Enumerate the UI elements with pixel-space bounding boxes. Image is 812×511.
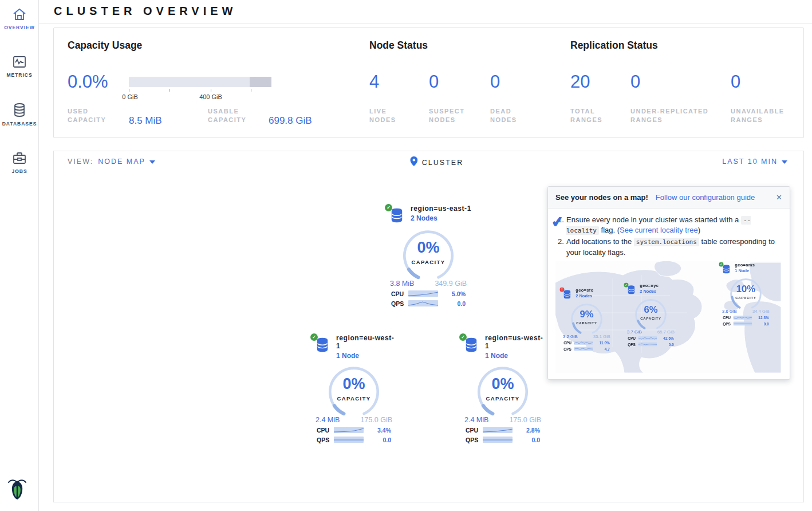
sidebar-item-jobs[interactable]: JOBS (0, 144, 39, 174)
qps-sparkline (483, 437, 513, 443)
metrics-icon (0, 55, 39, 69)
capacity-gauge: 6% CAPACITY (633, 298, 669, 328)
cpu-value: 2.8% (513, 427, 540, 434)
health-ok-badge: ✓ (385, 204, 392, 211)
capacity-bar: 0 GiB 400 GiB (129, 77, 271, 87)
briefcase-icon (0, 151, 39, 165)
mini-node-card-nyc: ✓ geo=nyc 2 Nodes 6% CAPACITY (624, 283, 677, 347)
nodes-count-link[interactable]: 1 Node (485, 352, 508, 360)
sidebar-item-metrics[interactable]: METRICS (0, 48, 39, 78)
node-card-eu-west-1[interactable]: ✓ region=eu-west-1 1 Node 0% CAPACITY 2.… (311, 334, 397, 443)
view-selector[interactable]: NODE MAP (98, 158, 145, 166)
live-nodes-label: LIVENODES (369, 107, 396, 124)
capacity-percent: 0% (325, 375, 383, 393)
cpu-label: CPU (317, 427, 334, 434)
node-card-us-east-1[interactable]: ✓ region=us-east-1 2 Nodes 0% CAPACITY 3… (385, 205, 471, 307)
total-value: 175.0 GiB (509, 416, 541, 424)
nodes-count: 2 Nodes (640, 289, 656, 294)
used-capacity-label: USEDCAPACITY (68, 107, 106, 124)
health-ok-badge: ✓ (719, 262, 723, 266)
region-database-icon: ✓ (389, 208, 406, 224)
total-value: 175.0 GiB (360, 416, 392, 424)
capacity-gauge: 0% CAPACITY (325, 365, 383, 413)
database-icon (0, 103, 39, 117)
configuration-guide-link[interactable]: Follow our configuration guide (656, 193, 755, 202)
qps-sparkline (334, 437, 364, 443)
cockroachdb-logo (6, 477, 29, 503)
cpu-value: 3.4% (364, 427, 391, 434)
nodes-count-link[interactable]: 2 Nodes (411, 214, 437, 222)
region-database-icon: ✓ (463, 337, 480, 353)
capacity-percent: 0.0% (68, 72, 108, 92)
region-label: region=us-west-1 (485, 334, 546, 350)
nodes-count: 1 Node (735, 269, 749, 274)
breadcrumb-cluster[interactable]: CLUSTER (422, 159, 463, 167)
cpu-label: CPU (391, 290, 408, 297)
live-nodes-count: 4 (369, 72, 379, 92)
qps-sparkline (734, 322, 752, 326)
node-card-us-west-1[interactable]: ✓ region=us-west-1 1 Node 0% CAPACITY 2.… (460, 334, 546, 443)
capacity-caption: CAPACITY (325, 395, 383, 402)
cpu-value: 5.0% (438, 290, 466, 297)
capacity-tick-0: 0 GiB (122, 93, 138, 100)
capacity-gauge: 10% CAPACITY (728, 277, 764, 307)
capacity-tick-400: 400 GiB (199, 93, 222, 100)
capacity-gauge: 0% CAPACITY (400, 229, 457, 277)
capacity-gauge: 9% CAPACITY (569, 302, 605, 332)
cpu-sparkline (734, 316, 752, 320)
cpu-label: CPU (466, 427, 483, 434)
qps-value: 0.0 (513, 437, 540, 443)
close-icon[interactable]: ✕ (776, 193, 782, 202)
capacity-usage-title: Capacity Usage (68, 40, 142, 52)
page-header: CLUSTER OVERVIEW (39, 0, 812, 23)
region-database-icon: ✓ (722, 265, 732, 274)
health-warning-badge: ! (559, 287, 564, 292)
capacity-bar-reserved (250, 77, 271, 87)
total-value: 349.9 GiB (435, 280, 467, 288)
example-map-preview: ! geo=sfo 2 Nodes 9% CAPACITY (555, 261, 781, 373)
locality-tree-link[interactable]: See current locality tree (620, 226, 698, 234)
region-label: region=eu-west-1 (336, 334, 397, 350)
health-ok-badge: ✓ (459, 333, 467, 341)
chevron-down-icon[interactable] (149, 160, 155, 164)
health-ok-badge: ✓ (624, 282, 628, 287)
cpu-sparkline (483, 427, 513, 433)
qps-value: 0.0 (438, 300, 466, 307)
setup-step-1: 1.Ensure every node in your cluster was … (558, 215, 781, 235)
page-title: CLUSTER OVERVIEW (54, 5, 236, 18)
mini-node-card-ams: ✓ geo=ams 1 Node 10% CAPACITY (719, 262, 772, 326)
setup-step-2: 2.Add locations to the system.locations … (558, 237, 781, 257)
total-ranges-count: 20 (570, 72, 590, 92)
cluster-summary-panel: Capacity Usage 0.0% 0 GiB 400 GiB USEDCA… (53, 27, 804, 138)
view-toolbar: VIEW:NODE MAP CLUSTER LAST 10 MIN (53, 151, 804, 172)
qps-label: QPS (466, 437, 483, 443)
dead-nodes-count: 0 (490, 72, 500, 92)
sidebar-item-databases[interactable]: DATABASES (0, 95, 39, 127)
capacity-caption: CAPACITY (474, 395, 531, 402)
sidebar-item-overview[interactable]: OVERVIEW (0, 0, 39, 30)
cpu-sparkline (574, 341, 593, 345)
view-label: VIEW: (68, 158, 93, 166)
time-range-selector[interactable]: LAST 10 MIN (722, 158, 787, 166)
region-label: geo=nyc (640, 283, 659, 288)
map-pin-icon (410, 156, 417, 168)
region-database-icon: ! (562, 290, 573, 300)
qps-label: QPS (317, 437, 334, 443)
cpu-sparkline (334, 427, 364, 433)
qps-sparkline (408, 300, 438, 306)
capacity-caption: CAPACITY (400, 259, 457, 265)
nodes-count-link[interactable]: 1 Node (336, 352, 359, 360)
chevron-down-icon (782, 160, 787, 164)
sidebar: OVERVIEW METRICS DATABASES (0, 0, 39, 511)
replication-status-title: Replication Status (570, 40, 658, 52)
suspect-nodes-count: 0 (429, 72, 439, 92)
usable-capacity-label: USABLECAPACITY (208, 107, 246, 124)
used-value: 2.4 MiB (316, 416, 340, 424)
used-capacity-value: 8.5 MiB (129, 115, 162, 127)
region-label: geo=ams (735, 262, 755, 268)
capacity-gauge: 0% CAPACITY (474, 365, 531, 413)
region-label: region=us-east-1 (411, 205, 471, 213)
step-done-checkmark: ✔ (550, 211, 564, 233)
mini-node-card-sfo: ! geo=sfo 2 Nodes 9% CAPACITY (560, 288, 613, 351)
nodes-count: 2 Nodes (576, 294, 592, 299)
